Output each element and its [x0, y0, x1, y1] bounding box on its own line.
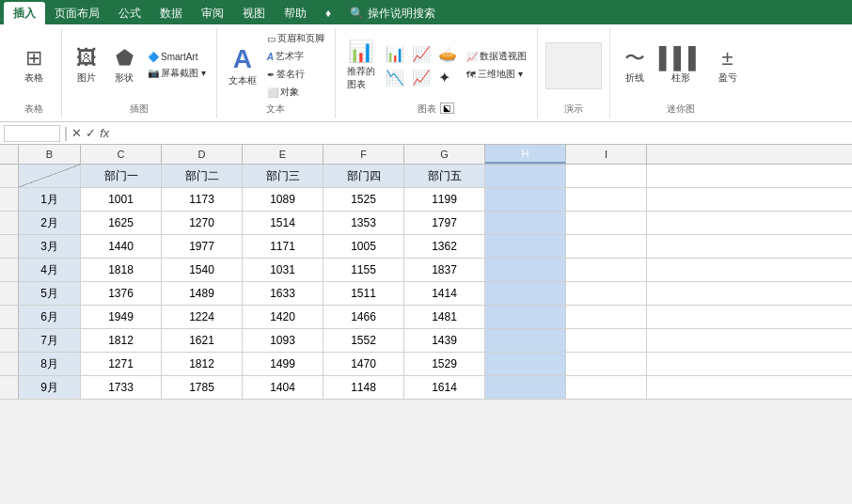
tab-review[interactable]: 审阅	[192, 2, 233, 24]
cell-d-5[interactable]: 1224	[162, 306, 243, 328]
cell-g-3[interactable]: 1837	[404, 259, 485, 281]
cell-g-5[interactable]: 1481	[404, 306, 485, 328]
cell-month-0[interactable]: 1月	[19, 188, 81, 211]
tab-view[interactable]: 视图	[233, 2, 275, 24]
cell-e-6[interactable]: 1093	[243, 329, 323, 352]
cell-d-1[interactable]: 1270	[162, 212, 243, 234]
cell-i-0[interactable]	[566, 188, 647, 211]
insert-function-icon[interactable]: fx	[100, 126, 109, 140]
cell-month-2[interactable]: 3月	[19, 235, 81, 258]
cell-c-7[interactable]: 1271	[81, 353, 162, 375]
cell-c-5[interactable]: 1949	[81, 306, 162, 328]
cell-d-2[interactable]: 1977	[162, 235, 243, 258]
cell-h-8[interactable]	[485, 376, 566, 399]
column-chart-button[interactable]: 📊	[383, 43, 407, 65]
textbox-button[interactable]: A 文本框	[225, 41, 260, 90]
tab-formula[interactable]: 公式	[109, 2, 150, 24]
cell-g-2[interactable]: 1362	[404, 235, 485, 258]
col-header-h[interactable]: H	[485, 145, 566, 164]
map-3d-button[interactable]: 🗺 三维地图 ▾	[464, 66, 529, 83]
cell-g-7[interactable]: 1529	[404, 353, 485, 375]
cell-c-8[interactable]: 1733	[81, 376, 162, 399]
cell-c-2[interactable]: 1440	[81, 235, 162, 258]
area-chart-button[interactable]: 📈	[409, 67, 434, 88]
cell-h-5[interactable]	[485, 306, 566, 328]
cell-f-header[interactable]: 部门四	[323, 165, 404, 187]
cell-g-header[interactable]: 部门五	[404, 165, 485, 187]
charts-expand-icon[interactable]: ⬕	[440, 102, 454, 114]
tab-diamond[interactable]: ♦	[316, 2, 340, 24]
cell-f-2[interactable]: 1005	[323, 235, 404, 258]
cell-h-3[interactable]	[485, 259, 566, 281]
cell-d-7[interactable]: 1812	[162, 353, 243, 375]
header-footer-button[interactable]: ▭ 页眉和页脚	[264, 30, 327, 47]
screenshot-button[interactable]: 📷 屏幕截图 ▾	[145, 65, 209, 82]
cell-e-header[interactable]: 部门三	[243, 165, 323, 187]
cell-month-8[interactable]: 9月	[19, 376, 81, 399]
cell-h-1[interactable]	[485, 212, 566, 234]
cell-c-0[interactable]: 1001	[81, 188, 162, 211]
tab-help[interactable]: 帮助	[275, 2, 316, 24]
cell-e-1[interactable]: 1514	[243, 212, 323, 234]
cell-month-1[interactable]: 2月	[19, 212, 81, 234]
cell-month-3[interactable]: 4月	[19, 259, 81, 281]
cell-c-3[interactable]: 1818	[81, 259, 162, 281]
col-header-e[interactable]: E	[243, 145, 323, 164]
cell-e-3[interactable]: 1031	[243, 259, 323, 281]
shape-button[interactable]: ⬟ 形状	[107, 44, 141, 86]
pie-chart-button[interactable]: 🥧	[435, 43, 460, 65]
cell-e-4[interactable]: 1633	[243, 282, 323, 305]
formula-input[interactable]	[113, 127, 848, 140]
cell-f-6[interactable]: 1552	[323, 329, 404, 352]
cell-e-7[interactable]: 1499	[243, 353, 323, 375]
cell-e-2[interactable]: 1171	[243, 235, 323, 258]
cell-d-6[interactable]: 1621	[162, 329, 243, 352]
pivot-chart-button[interactable]: 📈 数据透视图	[464, 48, 529, 65]
cell-month-7[interactable]: 8月	[19, 353, 81, 375]
cell-i-7[interactable]	[566, 353, 647, 375]
tab-page-layout[interactable]: 页面布局	[45, 2, 109, 24]
cell-month-5[interactable]: 6月	[19, 306, 81, 328]
cell-g-0[interactable]: 1199	[404, 188, 485, 211]
name-box[interactable]	[4, 125, 60, 142]
cell-i-header[interactable]	[566, 165, 647, 187]
cell-h-7[interactable]	[485, 353, 566, 375]
cell-i-1[interactable]	[566, 212, 647, 234]
cell-f-1[interactable]: 1353	[323, 212, 404, 234]
col-header-g[interactable]: G	[404, 145, 485, 164]
cell-i-5[interactable]	[566, 306, 647, 328]
cell-f-8[interactable]: 1148	[323, 376, 404, 399]
cell-h-0[interactable]	[485, 188, 566, 211]
smartart-button[interactable]: 🔷 SmartArt	[145, 50, 209, 64]
cell-g-1[interactable]: 1797	[404, 212, 485, 234]
cell-h-header[interactable]	[485, 165, 566, 187]
col-header-i[interactable]: I	[566, 145, 647, 164]
cell-i-6[interactable]	[566, 329, 647, 352]
cell-i-8[interactable]	[566, 376, 647, 399]
cell-g-8[interactable]: 1614	[404, 376, 485, 399]
cell-d-0[interactable]: 1173	[162, 188, 243, 211]
cell-i-4[interactable]	[566, 282, 647, 305]
cell-month-6[interactable]: 7月	[19, 329, 81, 352]
cell-g-6[interactable]: 1439	[404, 329, 485, 352]
bar-chart-button[interactable]: 📉	[383, 67, 407, 88]
tab-data[interactable]: 数据	[150, 2, 192, 24]
cell-i-2[interactable]	[566, 235, 647, 258]
cell-c-4[interactable]: 1376	[81, 282, 162, 305]
cell-c-6[interactable]: 1812	[81, 329, 162, 352]
scatter-chart-button[interactable]: ✦	[435, 67, 453, 88]
cell-f-7[interactable]: 1470	[323, 353, 404, 375]
col-header-d[interactable]: D	[162, 145, 243, 164]
cell-e-0[interactable]: 1089	[243, 188, 323, 211]
tab-insert[interactable]: 插入	[4, 2, 45, 24]
cell-d-8[interactable]: 1785	[162, 376, 243, 399]
winloss-sparkline-button[interactable]: ± 盈亏	[711, 44, 745, 86]
cell-h-4[interactable]	[485, 282, 566, 305]
cell-h-6[interactable]	[485, 329, 566, 352]
line-sparkline-button[interactable]: 〜 折线	[618, 44, 652, 86]
cell-e-5[interactable]: 1420	[243, 306, 323, 328]
cell-f-5[interactable]: 1466	[323, 306, 404, 328]
cell-f-4[interactable]: 1511	[323, 282, 404, 305]
cell-f-0[interactable]: 1525	[323, 188, 404, 211]
line-chart-button[interactable]: 📈	[409, 43, 434, 65]
